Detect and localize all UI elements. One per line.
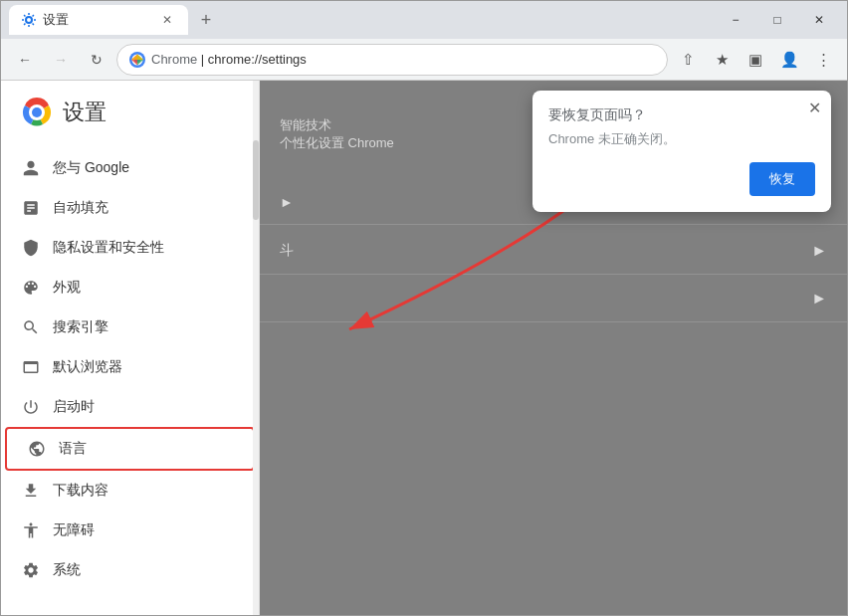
window-close-button[interactable]: ✕: [799, 5, 839, 35]
window-maximize-button[interactable]: □: [757, 5, 797, 35]
sidebar-item-browser[interactable]: 默认浏览器: [1, 347, 259, 387]
globe-icon: [27, 439, 47, 459]
restore-button[interactable]: 恢复: [749, 162, 815, 196]
search-icon: [21, 317, 41, 337]
popup-title: 要恢复页面吗？: [548, 106, 815, 124]
main-area: 设置 您与 Google 自动填充: [1, 81, 847, 615]
tab-search-button[interactable]: ▣: [740, 44, 771, 76]
shield-icon: [21, 238, 41, 258]
navigation-bar: ← → ↻ Chrome | chrome://settings ⇧ ★ ▣ 👤…: [1, 39, 847, 81]
window-minimize-button[interactable]: −: [716, 5, 755, 35]
tab-favicon: [21, 12, 37, 28]
row1-chevron: ►: [280, 194, 294, 210]
tab-title: 设置: [43, 11, 69, 29]
palette-icon: [21, 278, 41, 298]
address-bar[interactable]: Chrome | chrome://settings: [116, 44, 668, 76]
bookmark-button[interactable]: ★: [706, 44, 738, 76]
row2-chevron: ►: [811, 242, 827, 260]
sidebar-item-search[interactable]: 搜索引擎: [1, 308, 259, 347]
download-icon: [21, 481, 41, 501]
sidebar-item-system[interactable]: 系统: [1, 550, 259, 590]
title-bar: 设置 ✕ + − □ ✕: [1, 1, 847, 39]
content-area: 智能技术 个性化设置 Chrome 开启同步功能... ► 斗 ► ►: [260, 81, 847, 615]
sidebar-item-language[interactable]: 语言: [5, 427, 255, 471]
sidebar: 设置 您与 Google 自动填充: [1, 81, 260, 615]
active-tab[interactable]: 设置 ✕: [9, 5, 188, 35]
site-favicon: [129, 52, 145, 68]
sidebar-item-appearance-label: 外观: [53, 279, 81, 297]
svg-point-0: [26, 17, 32, 23]
share-button[interactable]: ⇧: [672, 44, 704, 76]
tab-close-button[interactable]: ✕: [158, 11, 176, 29]
sidebar-item-language-label: 语言: [59, 440, 87, 458]
popup-actions: 恢复: [548, 162, 815, 196]
sidebar-item-privacy[interactable]: 隐私设置和安全性: [1, 228, 259, 268]
sidebar-item-search-label: 搜索引擎: [53, 318, 108, 336]
nav-right-buttons: ⇧ ★ ▣ 👤 ⋮: [672, 44, 839, 76]
row2-text: 斗: [280, 242, 294, 260]
power-icon: [21, 397, 41, 417]
sidebar-item-accessibility-label: 无障碍: [53, 521, 95, 539]
refresh-button[interactable]: ↻: [81, 44, 112, 76]
address-sep: |: [197, 52, 208, 67]
autofill-icon: [21, 198, 41, 218]
sidebar-item-appearance[interactable]: 外观: [1, 268, 259, 308]
forward-button[interactable]: →: [45, 44, 77, 76]
profile-button[interactable]: 👤: [773, 44, 805, 76]
sidebar-scrollbar-track: [253, 81, 259, 615]
accessibility-icon: [21, 520, 41, 540]
new-tab-button[interactable]: +: [192, 6, 220, 34]
svg-point-6: [32, 107, 42, 117]
address-text: Chrome | chrome://settings: [151, 52, 307, 67]
sidebar-item-downloads-label: 下载内容: [53, 482, 108, 500]
sidebar-item-autofill-label: 自动填充: [53, 199, 108, 217]
popup-close-button[interactable]: ✕: [808, 99, 821, 117]
sidebar-title: 设置: [63, 98, 106, 127]
browser-icon: [21, 357, 41, 377]
sidebar-item-startup-label: 启动时: [53, 398, 95, 416]
sidebar-item-downloads[interactable]: 下载内容: [1, 471, 259, 511]
chrome-logo-icon: [21, 97, 53, 128]
back-button[interactable]: ←: [9, 44, 41, 76]
content-row-3: ►: [260, 276, 847, 322]
person-icon: [21, 158, 41, 178]
sidebar-header: 设置: [1, 81, 259, 144]
sidebar-item-google[interactable]: 您与 Google: [1, 148, 259, 188]
sidebar-item-accessibility[interactable]: 无障碍: [1, 511, 259, 550]
row3-chevron: ►: [811, 290, 827, 308]
window-controls: − □ ✕: [716, 5, 839, 35]
sidebar-scrollbar-thumb[interactable]: [253, 140, 259, 220]
browser-window: 设置 ✕ + − □ ✕ ← → ↻ Chrome | chrome://set: [0, 0, 848, 616]
settings-icon: [21, 560, 41, 580]
sidebar-item-system-label: 系统: [53, 561, 81, 579]
sidebar-item-startup[interactable]: 启动时: [1, 387, 259, 427]
content-row-2: 斗 ►: [260, 228, 847, 275]
popup-description: Chrome 未正确关闭。: [548, 130, 815, 148]
sidebar-item-google-label: 您与 Google: [53, 159, 129, 177]
sidebar-item-autofill[interactable]: 自动填充: [1, 188, 259, 228]
sidebar-menu: 您与 Google 自动填充 隐私设置和安全性: [1, 144, 259, 615]
restore-popup: ✕ 要恢复页面吗？ Chrome 未正确关闭。 恢复: [532, 91, 831, 212]
menu-button[interactable]: ⋮: [807, 44, 839, 76]
sidebar-item-browser-label: 默认浏览器: [53, 358, 122, 376]
sidebar-item-privacy-label: 隐私设置和安全性: [53, 239, 164, 257]
